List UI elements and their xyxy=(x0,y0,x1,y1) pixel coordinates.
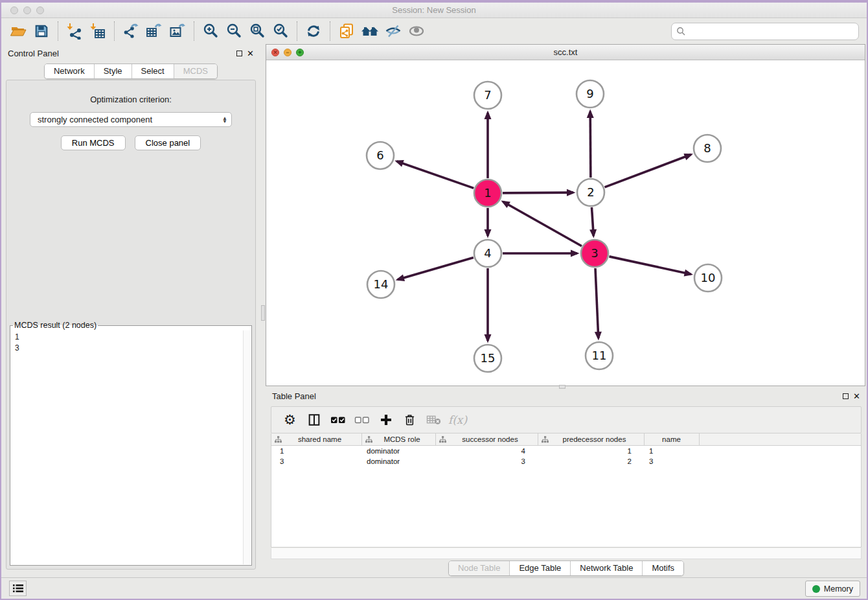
column-header-label: MCDS role xyxy=(372,435,435,443)
memory-status-dot xyxy=(812,585,820,593)
edge-3-10[interactable] xyxy=(609,257,691,274)
tab-select[interactable]: Select xyxy=(131,64,174,78)
open-session-button[interactable] xyxy=(6,20,30,42)
add-column-button[interactable] xyxy=(375,410,396,430)
table-cell[interactable]: dominator xyxy=(362,457,436,465)
splitter-grip[interactable] xyxy=(261,305,265,321)
network-window-titlebar[interactable]: ✕ − + scc.txt xyxy=(266,45,865,60)
tab-network[interactable]: Network xyxy=(45,64,94,78)
tab-edge-table[interactable]: Edge Table xyxy=(509,561,570,575)
table-cell[interactable]: dominator xyxy=(362,447,436,455)
node-15[interactable]: 15 xyxy=(474,345,501,372)
table-cell[interactable]: 3 xyxy=(436,457,538,465)
first-neighbors-button[interactable] xyxy=(358,20,382,42)
table-cell[interactable]: 1 xyxy=(538,447,645,455)
tab-node-table[interactable]: Node Table xyxy=(449,561,510,575)
import-table-button[interactable] xyxy=(86,20,109,42)
float-table-panel-icon[interactable] xyxy=(843,393,849,399)
table-cell[interactable]: 1 xyxy=(271,447,362,455)
column-header-name[interactable]: name xyxy=(645,433,700,445)
eye-icon xyxy=(408,23,425,40)
open-folder-icon xyxy=(10,23,27,40)
deselect-all-button[interactable] xyxy=(351,410,372,430)
edge-1-2[interactable] xyxy=(503,192,573,193)
node-label: 4 xyxy=(484,246,491,260)
table-cell[interactable]: 3 xyxy=(645,457,700,465)
float-panel-icon[interactable] xyxy=(236,51,242,56)
column-header-successor-nodes[interactable]: successor nodes xyxy=(436,433,538,445)
vertical-splitter[interactable] xyxy=(260,44,266,577)
criterion-dropdown[interactable]: strongly connected component ▲▼ xyxy=(30,112,232,127)
import-network-button[interactable] xyxy=(63,20,86,42)
export-table-button[interactable] xyxy=(143,20,166,42)
node-7[interactable]: 7 xyxy=(474,82,501,109)
edge-1-6[interactable] xyxy=(396,161,474,189)
delete-column-button[interactable] xyxy=(399,410,420,430)
column-header-mcds-role[interactable]: MCDS role xyxy=(362,433,436,445)
control-panel-title: Control Panel xyxy=(8,49,59,58)
gear-icon: ⚙ xyxy=(284,413,296,426)
node-14[interactable]: 14 xyxy=(367,271,394,298)
search-input[interactable] xyxy=(689,27,858,36)
close-table-panel-icon[interactable]: ✕ xyxy=(853,393,860,399)
edge-2-8[interactable] xyxy=(605,155,691,187)
apply-layout-button[interactable] xyxy=(302,20,325,42)
tab-motifs[interactable]: Motifs xyxy=(642,561,683,575)
clone-network-button[interactable] xyxy=(335,20,358,42)
edge-2-9[interactable] xyxy=(590,111,591,178)
node-6[interactable]: 6 xyxy=(367,142,394,169)
result-scrollbar[interactable] xyxy=(243,330,251,564)
edge-3-1[interactable] xyxy=(503,202,582,246)
task-history-button[interactable] xyxy=(9,581,27,596)
table-cell[interactable]: 2 xyxy=(538,457,645,465)
node-9[interactable]: 9 xyxy=(577,80,604,108)
import-table-icon xyxy=(89,23,106,40)
memory-label: Memory xyxy=(824,584,853,594)
search-field[interactable] xyxy=(671,23,859,40)
table-row[interactable]: 3dominator323 xyxy=(271,456,861,467)
show-all-button[interactable] xyxy=(405,20,428,42)
table-settings-button[interactable]: ⚙ xyxy=(279,410,301,430)
close-panel-icon[interactable]: ✕ xyxy=(247,51,254,56)
column-header-shared-name[interactable]: shared name xyxy=(271,433,362,445)
table-cell[interactable]: 4 xyxy=(436,447,538,455)
save-session-button[interactable] xyxy=(30,20,53,42)
export-image-button[interactable] xyxy=(166,20,189,42)
edge-3-11[interactable] xyxy=(595,268,599,338)
select-all-button[interactable] xyxy=(327,410,348,430)
node-3[interactable]: 3 xyxy=(581,240,608,267)
zoom-selected-button[interactable] xyxy=(269,20,292,42)
control-panel-header: Control Panel ✕ xyxy=(1,44,260,62)
node-4[interactable]: 4 xyxy=(474,240,501,267)
control-panel: Control Panel ✕ NetworkStyleSelectMCDS O… xyxy=(1,44,260,577)
mcds-result-text[interactable]: 13 xyxy=(11,330,243,564)
edge-2-3[interactable] xyxy=(591,207,593,236)
export-network-button[interactable] xyxy=(119,20,143,42)
node-10[interactable]: 10 xyxy=(694,264,722,292)
column-header-predecessor-nodes[interactable]: predecessor nodes xyxy=(538,433,645,445)
table-horizontal-scrollbar[interactable] xyxy=(271,548,862,559)
node-8[interactable]: 8 xyxy=(694,135,721,162)
table-row[interactable]: 1dominator411 xyxy=(271,446,861,456)
table-cell[interactable]: 1 xyxy=(645,447,700,455)
table-header-row: shared nameMCDS rolesuccessor nodesprede… xyxy=(271,433,861,446)
node-2[interactable]: 2 xyxy=(577,179,604,206)
tab-style[interactable]: Style xyxy=(94,64,131,78)
tab-mcds[interactable]: MCDS xyxy=(174,64,217,78)
tab-network-table[interactable]: Network Table xyxy=(570,561,642,575)
flow-hierarchy-icon xyxy=(365,436,372,443)
network-canvas[interactable]: 7968124314101511 xyxy=(266,60,865,386)
node-label: 11 xyxy=(592,349,607,362)
zoom-fit-button[interactable] xyxy=(246,20,269,42)
memory-button[interactable]: Memory xyxy=(805,581,860,597)
run-mcds-button[interactable]: Run MCDS xyxy=(61,135,126,150)
zoom-in-button[interactable] xyxy=(199,20,222,42)
hide-selected-button[interactable] xyxy=(382,20,405,42)
table-cell[interactable]: 3 xyxy=(271,457,362,465)
edge-4-14[interactable] xyxy=(398,257,474,279)
column-chooser-button[interactable] xyxy=(303,410,325,430)
close-panel-button[interactable]: Close panel xyxy=(135,135,201,150)
node-11[interactable]: 11 xyxy=(586,342,613,369)
zoom-out-button[interactable] xyxy=(222,20,246,42)
node-1[interactable]: 1 xyxy=(474,179,501,207)
